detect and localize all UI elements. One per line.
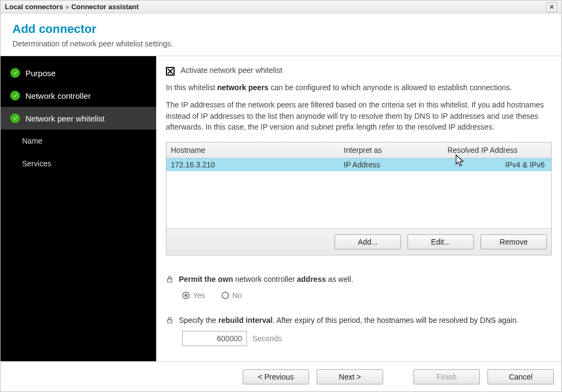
wizard-header: Add connector Determination of network p… (1, 13, 561, 56)
activate-whitelist-label: Activate network peer whitelist (180, 66, 282, 75)
title-bar: Local connectors » Connector assistant ✕ (1, 1, 561, 13)
step-services[interactable]: Services (1, 152, 156, 175)
permit-own-address-row: Permit the own network controller addres… (166, 275, 552, 300)
wizard-content: Activate network peer whitelist In this … (156, 56, 561, 361)
activate-whitelist-row: Activate network peer whitelist (166, 66, 552, 76)
step-label: Purpose (25, 69, 56, 78)
rebuild-interval-input[interactable] (182, 331, 247, 346)
cell-resolved: IPv4 & IPv6 (443, 158, 551, 171)
wizard-body: Purpose Network controller Network peer … (1, 56, 561, 361)
table-header-row: Hostname Interpret as Resolved IP Addres… (166, 143, 551, 158)
radio-icon (222, 292, 229, 299)
step-network-controller[interactable]: Network controller (1, 84, 156, 107)
rebuild-interval-row: Specify the rebuild interval. After expi… (166, 316, 552, 346)
step-label: Services (22, 159, 51, 168)
cell-hostname: 172.16.3.210 (166, 158, 339, 171)
col-header-hostname[interactable]: Hostname (166, 143, 339, 158)
next-button[interactable]: Next > (317, 369, 383, 384)
step-name[interactable]: Name (1, 130, 156, 152)
step-purpose[interactable]: Purpose (1, 62, 156, 84)
window-close-button[interactable]: ✕ (546, 2, 557, 12)
radio-label: No (232, 291, 242, 300)
breadcrumb-separator: » (65, 3, 69, 11)
whitelist-intro: In this whitelist network peers can be c… (166, 82, 552, 93)
interval-unit-label: Seconds (252, 334, 282, 343)
check-icon (10, 113, 20, 123)
svg-rect-2 (168, 279, 172, 282)
lock-icon (166, 316, 173, 326)
permit-yes-radio[interactable]: Yes (182, 291, 205, 300)
step-network-peer-whitelist[interactable]: Network peer whitelist (1, 107, 156, 130)
step-label: Network peer whitelist (25, 114, 105, 123)
page-subtitle: Determination of network peer whitelist … (12, 39, 550, 48)
wizard-window: Local connectors » Connector assistant ✕… (0, 0, 562, 392)
cancel-button[interactable]: Cancel (487, 369, 554, 384)
table-body[interactable]: 172.16.3.210 IP Address IPv4 & IPv6 (166, 158, 551, 228)
activate-whitelist-checkbox[interactable] (166, 67, 175, 76)
page-title: Add connector (12, 22, 550, 36)
breadcrumb-sub: Connector assistant (71, 3, 139, 11)
radio-label: Yes (193, 291, 205, 300)
col-header-resolved[interactable]: Resolved IP Address (443, 143, 551, 158)
svg-rect-3 (168, 320, 172, 323)
x-mark-icon (167, 68, 173, 75)
col-header-interpret[interactable]: Interpret as (339, 143, 443, 158)
table-buttons: Add... Edit... Remove (166, 228, 551, 255)
table-row[interactable]: 172.16.3.210 IP Address IPv4 & IPv6 (166, 158, 551, 171)
wizard-steps-sidebar: Purpose Network controller Network peer … (1, 56, 156, 361)
breadcrumb-root[interactable]: Local connectors (5, 3, 63, 11)
edit-button[interactable]: Edit... (407, 234, 474, 249)
previous-button[interactable]: < Previous (243, 369, 309, 384)
lock-icon (166, 275, 173, 285)
radio-icon (182, 292, 190, 299)
close-icon: ✕ (549, 3, 554, 11)
permit-no-radio[interactable]: No (222, 291, 242, 300)
remove-button[interactable]: Remove (480, 234, 547, 249)
step-label: Name (22, 137, 42, 145)
cell-interpret: IP Address (339, 158, 443, 171)
finish-button[interactable]: Finish (413, 369, 480, 384)
permit-radios: Yes No (182, 291, 552, 300)
whitelist-table: Hostname Interpret as Resolved IP Addres… (166, 142, 552, 255)
add-button[interactable]: Add... (334, 234, 401, 249)
wizard-footer: < Previous Next > Finish Cancel (1, 361, 561, 391)
check-icon (10, 68, 20, 78)
whitelist-description: The IP addresses of the network peers ar… (166, 99, 552, 132)
check-icon (10, 91, 20, 100)
step-label: Network controller (25, 91, 91, 100)
